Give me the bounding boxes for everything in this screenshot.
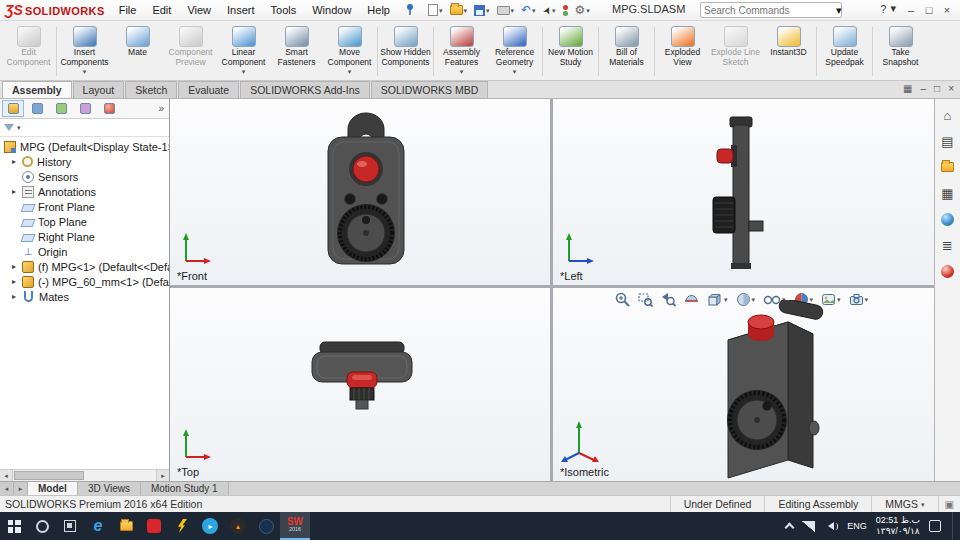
tab-evaluate[interactable]: Evaluate bbox=[178, 81, 239, 98]
mate-button[interactable]: Mate bbox=[111, 23, 164, 80]
linear-component-pattern-button[interactable]: Linear Component Pattern▾ bbox=[217, 23, 270, 80]
tree-item-mates[interactable]: ▸Mates bbox=[0, 289, 169, 304]
reference-geometry-button[interactable]: Reference Geometry▾ bbox=[488, 23, 541, 80]
expand-arrow-icon[interactable]: ▸ bbox=[12, 292, 21, 301]
media-player-button[interactable]: ▲ bbox=[224, 512, 252, 540]
model-left-view[interactable] bbox=[693, 105, 783, 277]
show-hidden-components-button[interactable]: Show Hidden Components bbox=[379, 23, 432, 80]
print-button[interactable]: ▾ bbox=[495, 5, 517, 16]
tree-root-item[interactable]: MPG (Default<Display State-1>) bbox=[0, 139, 169, 154]
tree-item-component-mpg-60mm[interactable]: ▸(-) MPG_60_mm<1> (Default<<Def... bbox=[0, 274, 169, 289]
previous-view-button[interactable] bbox=[661, 292, 676, 307]
tray-expand-chevron-icon[interactable] bbox=[785, 523, 795, 533]
filter-funnel-icon[interactable] bbox=[4, 124, 14, 131]
custom-properties-icon[interactable]: ≣ bbox=[939, 237, 957, 253]
task-view-button[interactable] bbox=[56, 512, 84, 540]
undo-button[interactable]: ↶▾ bbox=[519, 3, 538, 17]
tab-layout[interactable]: Layout bbox=[73, 81, 125, 98]
tab-solidworks-add-ins[interactable]: SOLIDWORKS Add-Ins bbox=[240, 81, 370, 98]
status-options-icon[interactable]: ▣ bbox=[938, 496, 960, 512]
network-icon[interactable] bbox=[802, 521, 815, 532]
menu-insert[interactable]: Insert bbox=[219, 2, 263, 18]
telegram-button[interactable]: ▸ bbox=[196, 512, 224, 540]
configurationmanager-tab[interactable] bbox=[50, 100, 72, 117]
take-snapshot-button[interactable]: Take Snapshot bbox=[874, 23, 927, 80]
command-search-box[interactable]: ▾ bbox=[700, 2, 842, 18]
solidworks-taskbar-button[interactable]: SW 2016 bbox=[280, 512, 310, 540]
start-button[interactable] bbox=[0, 512, 28, 540]
viewport-horizontal-splitter[interactable] bbox=[170, 285, 934, 288]
tree-item-top-plane[interactable]: Top Plane bbox=[0, 214, 169, 229]
viewport-front[interactable]: *Front bbox=[170, 99, 550, 285]
tab-motion-study-1[interactable]: Motion Study 1 bbox=[141, 482, 229, 495]
propertymanager-tab[interactable] bbox=[26, 100, 48, 117]
scrollbar-thumb[interactable] bbox=[14, 471, 84, 480]
model-top-view[interactable] bbox=[292, 336, 432, 420]
edge-browser-button[interactable]: e bbox=[84, 512, 112, 540]
dimxpert-tab[interactable] bbox=[74, 100, 96, 117]
red-app-button[interactable] bbox=[140, 512, 168, 540]
solidworks-forum-icon[interactable] bbox=[939, 263, 957, 279]
model-isometric-view[interactable] bbox=[683, 300, 853, 481]
assembly-features-button[interactable]: Assembly Features▾ bbox=[435, 23, 488, 80]
rebuild-button[interactable] bbox=[561, 4, 570, 17]
viewport-layout-icon[interactable]: ▦ bbox=[903, 83, 912, 94]
viewport-vertical-splitter[interactable] bbox=[550, 99, 553, 481]
update-speedpak-button[interactable]: Update Speedpak bbox=[818, 23, 871, 80]
model-front-view[interactable] bbox=[306, 105, 426, 277]
tab-solidworks-mbd[interactable]: SOLIDWORKS MBD bbox=[371, 81, 488, 98]
design-library-icon[interactable]: ▤ bbox=[939, 133, 957, 149]
menu-help[interactable]: Help bbox=[359, 2, 398, 18]
tab-sketch[interactable]: Sketch bbox=[125, 81, 177, 98]
save-button[interactable]: ▾ bbox=[472, 4, 492, 17]
new-motion-study-button[interactable]: New Motion Study bbox=[544, 23, 597, 80]
menu-edit[interactable]: Edit bbox=[144, 2, 179, 18]
doc-close-icon[interactable]: × bbox=[948, 83, 954, 94]
tree-item-component-mpg[interactable]: ▸(f) MPG<1> (Default<<Default>_Di... bbox=[0, 259, 169, 274]
tree-item-annotations[interactable]: ▸Annotations bbox=[0, 184, 169, 199]
featuremanager-tab[interactable] bbox=[2, 100, 24, 117]
pin-menu-icon[interactable] bbox=[404, 3, 416, 17]
search-input[interactable] bbox=[704, 5, 836, 16]
doc-minimize-icon[interactable]: – bbox=[921, 83, 927, 94]
select-button[interactable]: ➤▾ bbox=[541, 4, 558, 17]
expand-arrow-icon[interactable]: ▸ bbox=[12, 187, 21, 196]
exploded-view-button[interactable]: Exploded View bbox=[656, 23, 709, 80]
expand-arrow-icon[interactable]: ▸ bbox=[12, 262, 21, 271]
language-indicator[interactable]: ENG bbox=[847, 521, 867, 531]
restore-button[interactable]: □ bbox=[920, 0, 938, 19]
options-button[interactable]: ⚙▾ bbox=[573, 3, 592, 17]
file-explorer-button[interactable] bbox=[112, 512, 140, 540]
view-palette-icon[interactable]: ▦ bbox=[939, 185, 957, 201]
menu-view[interactable]: View bbox=[179, 2, 219, 18]
show-desktop-button[interactable] bbox=[952, 512, 956, 540]
dark-app-button[interactable] bbox=[252, 512, 280, 540]
tree-item-sensors[interactable]: Sensors bbox=[0, 169, 169, 184]
scroll-right-icon[interactable]: ▸ bbox=[156, 470, 169, 481]
tab-scroll-left-icon[interactable]: ◂ bbox=[0, 482, 14, 495]
menu-tools[interactable]: Tools bbox=[263, 2, 305, 18]
scroll-left-icon[interactable]: ◂ bbox=[0, 470, 13, 481]
new-document-button[interactable]: ▾ bbox=[426, 3, 445, 17]
clock[interactable]: 02:51 ب.ظ ١٣٩٧/٠٩/١٨ bbox=[876, 515, 920, 538]
panel-horizontal-scrollbar[interactable]: ◂ ▸ bbox=[0, 469, 169, 481]
minimize-button[interactable]: – bbox=[902, 0, 920, 19]
zoom-to-area-button[interactable] bbox=[638, 292, 653, 307]
insert-components-button[interactable]: Insert Components▾ bbox=[58, 23, 111, 80]
menu-file[interactable]: File bbox=[111, 2, 145, 18]
tree-item-front-plane[interactable]: Front Plane bbox=[0, 199, 169, 214]
solidworks-resources-home-icon[interactable]: ⌂ bbox=[939, 107, 957, 123]
tree-item-history[interactable]: ▸History bbox=[0, 154, 169, 169]
viewport-isometric[interactable]: ▾ ▾ ▾ ▾ ▾ ▾ bbox=[553, 288, 934, 481]
open-document-button[interactable]: ▾ bbox=[448, 4, 470, 16]
lightning-app-button[interactable] bbox=[168, 512, 196, 540]
menu-window[interactable]: Window bbox=[304, 2, 359, 18]
panel-expand-chevron-icon[interactable]: » bbox=[158, 103, 167, 114]
displaymanager-tab[interactable] bbox=[98, 100, 120, 117]
instant3d-button[interactable]: Instant3D bbox=[762, 23, 815, 80]
file-explorer-icon[interactable] bbox=[939, 159, 957, 175]
cortana-search-button[interactable] bbox=[28, 512, 56, 540]
tab-3d-views[interactable]: 3D Views bbox=[78, 482, 141, 495]
tab-assembly[interactable]: Assembly bbox=[2, 81, 72, 98]
volume-icon[interactable] bbox=[824, 522, 838, 530]
